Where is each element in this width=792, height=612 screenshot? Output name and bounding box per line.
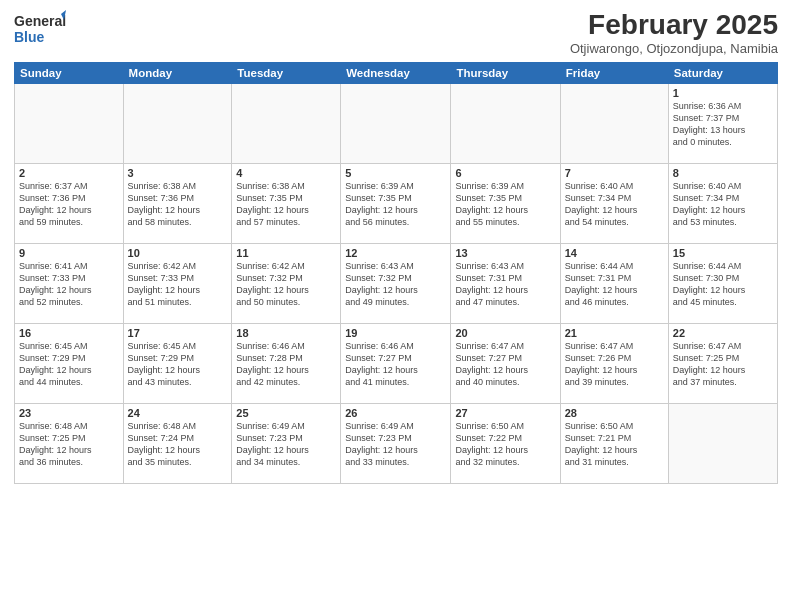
- day-number: 3: [128, 167, 228, 179]
- calendar-cell: 10Sunrise: 6:42 AM Sunset: 7:33 PM Dayli…: [123, 243, 232, 323]
- calendar-cell: 14Sunrise: 6:44 AM Sunset: 7:31 PM Dayli…: [560, 243, 668, 323]
- calendar-cell: [232, 83, 341, 163]
- day-number: 19: [345, 327, 446, 339]
- calendar-cell: [451, 83, 560, 163]
- day-number: 4: [236, 167, 336, 179]
- day-info: Sunrise: 6:48 AM Sunset: 7:24 PM Dayligh…: [128, 420, 228, 469]
- logo: General Blue: [14, 10, 66, 46]
- week-row-2: 9Sunrise: 6:41 AM Sunset: 7:33 PM Daylig…: [15, 243, 778, 323]
- day-info: Sunrise: 6:48 AM Sunset: 7:25 PM Dayligh…: [19, 420, 119, 469]
- day-number: 13: [455, 247, 555, 259]
- day-number: 2: [19, 167, 119, 179]
- day-number: 8: [673, 167, 773, 179]
- day-info: Sunrise: 6:47 AM Sunset: 7:27 PM Dayligh…: [455, 340, 555, 389]
- header: General Blue February 2025 Otjiwarongo, …: [14, 10, 778, 56]
- calendar-cell: 6Sunrise: 6:39 AM Sunset: 7:35 PM Daylig…: [451, 163, 560, 243]
- day-info: Sunrise: 6:42 AM Sunset: 7:33 PM Dayligh…: [128, 260, 228, 309]
- week-row-1: 2Sunrise: 6:37 AM Sunset: 7:36 PM Daylig…: [15, 163, 778, 243]
- calendar-cell: 9Sunrise: 6:41 AM Sunset: 7:33 PM Daylig…: [15, 243, 124, 323]
- calendar-cell: [341, 83, 451, 163]
- calendar-cell: 18Sunrise: 6:46 AM Sunset: 7:28 PM Dayli…: [232, 323, 341, 403]
- day-info: Sunrise: 6:46 AM Sunset: 7:27 PM Dayligh…: [345, 340, 446, 389]
- day-info: Sunrise: 6:43 AM Sunset: 7:32 PM Dayligh…: [345, 260, 446, 309]
- day-number: 11: [236, 247, 336, 259]
- day-number: 14: [565, 247, 664, 259]
- day-info: Sunrise: 6:50 AM Sunset: 7:21 PM Dayligh…: [565, 420, 664, 469]
- calendar-cell: 4Sunrise: 6:38 AM Sunset: 7:35 PM Daylig…: [232, 163, 341, 243]
- col-header-friday: Friday: [560, 62, 668, 83]
- day-info: Sunrise: 6:40 AM Sunset: 7:34 PM Dayligh…: [565, 180, 664, 229]
- day-number: 1: [673, 87, 773, 99]
- calendar-cell: [668, 403, 777, 483]
- calendar-cell: 28Sunrise: 6:50 AM Sunset: 7:21 PM Dayli…: [560, 403, 668, 483]
- day-number: 15: [673, 247, 773, 259]
- calendar-cell: 27Sunrise: 6:50 AM Sunset: 7:22 PM Dayli…: [451, 403, 560, 483]
- day-number: 17: [128, 327, 228, 339]
- calendar-cell: 21Sunrise: 6:47 AM Sunset: 7:26 PM Dayli…: [560, 323, 668, 403]
- day-info: Sunrise: 6:36 AM Sunset: 7:37 PM Dayligh…: [673, 100, 773, 149]
- calendar-cell: 16Sunrise: 6:45 AM Sunset: 7:29 PM Dayli…: [15, 323, 124, 403]
- calendar-cell: 25Sunrise: 6:49 AM Sunset: 7:23 PM Dayli…: [232, 403, 341, 483]
- calendar-cell: 3Sunrise: 6:38 AM Sunset: 7:36 PM Daylig…: [123, 163, 232, 243]
- calendar-cell: 2Sunrise: 6:37 AM Sunset: 7:36 PM Daylig…: [15, 163, 124, 243]
- day-number: 9: [19, 247, 119, 259]
- col-header-thursday: Thursday: [451, 62, 560, 83]
- calendar-cell: 20Sunrise: 6:47 AM Sunset: 7:27 PM Dayli…: [451, 323, 560, 403]
- day-info: Sunrise: 6:45 AM Sunset: 7:29 PM Dayligh…: [128, 340, 228, 389]
- calendar: SundayMondayTuesdayWednesdayThursdayFrid…: [14, 62, 778, 484]
- header-row: SundayMondayTuesdayWednesdayThursdayFrid…: [15, 62, 778, 83]
- calendar-cell: 19Sunrise: 6:46 AM Sunset: 7:27 PM Dayli…: [341, 323, 451, 403]
- svg-text:Blue: Blue: [14, 29, 45, 45]
- calendar-cell: 13Sunrise: 6:43 AM Sunset: 7:31 PM Dayli…: [451, 243, 560, 323]
- day-number: 12: [345, 247, 446, 259]
- title-block: February 2025 Otjiwarongo, Otjozondjupa,…: [570, 10, 778, 56]
- day-info: Sunrise: 6:49 AM Sunset: 7:23 PM Dayligh…: [345, 420, 446, 469]
- calendar-cell: 7Sunrise: 6:40 AM Sunset: 7:34 PM Daylig…: [560, 163, 668, 243]
- calendar-cell: 22Sunrise: 6:47 AM Sunset: 7:25 PM Dayli…: [668, 323, 777, 403]
- day-info: Sunrise: 6:40 AM Sunset: 7:34 PM Dayligh…: [673, 180, 773, 229]
- logo-svg: General Blue: [14, 10, 66, 46]
- day-info: Sunrise: 6:46 AM Sunset: 7:28 PM Dayligh…: [236, 340, 336, 389]
- week-row-4: 23Sunrise: 6:48 AM Sunset: 7:25 PM Dayli…: [15, 403, 778, 483]
- calendar-cell: [15, 83, 124, 163]
- calendar-cell: 24Sunrise: 6:48 AM Sunset: 7:24 PM Dayli…: [123, 403, 232, 483]
- day-info: Sunrise: 6:37 AM Sunset: 7:36 PM Dayligh…: [19, 180, 119, 229]
- day-number: 22: [673, 327, 773, 339]
- day-number: 25: [236, 407, 336, 419]
- day-number: 6: [455, 167, 555, 179]
- calendar-cell: [123, 83, 232, 163]
- day-info: Sunrise: 6:50 AM Sunset: 7:22 PM Dayligh…: [455, 420, 555, 469]
- calendar-cell: 23Sunrise: 6:48 AM Sunset: 7:25 PM Dayli…: [15, 403, 124, 483]
- day-info: Sunrise: 6:44 AM Sunset: 7:30 PM Dayligh…: [673, 260, 773, 309]
- day-info: Sunrise: 6:49 AM Sunset: 7:23 PM Dayligh…: [236, 420, 336, 469]
- calendar-cell: 15Sunrise: 6:44 AM Sunset: 7:30 PM Dayli…: [668, 243, 777, 323]
- day-info: Sunrise: 6:47 AM Sunset: 7:25 PM Dayligh…: [673, 340, 773, 389]
- col-header-saturday: Saturday: [668, 62, 777, 83]
- day-info: Sunrise: 6:39 AM Sunset: 7:35 PM Dayligh…: [345, 180, 446, 229]
- col-header-wednesday: Wednesday: [341, 62, 451, 83]
- calendar-cell: 5Sunrise: 6:39 AM Sunset: 7:35 PM Daylig…: [341, 163, 451, 243]
- day-number: 26: [345, 407, 446, 419]
- day-info: Sunrise: 6:41 AM Sunset: 7:33 PM Dayligh…: [19, 260, 119, 309]
- day-number: 20: [455, 327, 555, 339]
- day-number: 27: [455, 407, 555, 419]
- calendar-cell: 11Sunrise: 6:42 AM Sunset: 7:32 PM Dayli…: [232, 243, 341, 323]
- calendar-cell: 12Sunrise: 6:43 AM Sunset: 7:32 PM Dayli…: [341, 243, 451, 323]
- day-info: Sunrise: 6:45 AM Sunset: 7:29 PM Dayligh…: [19, 340, 119, 389]
- day-info: Sunrise: 6:39 AM Sunset: 7:35 PM Dayligh…: [455, 180, 555, 229]
- page: General Blue February 2025 Otjiwarongo, …: [0, 0, 792, 612]
- calendar-cell: 17Sunrise: 6:45 AM Sunset: 7:29 PM Dayli…: [123, 323, 232, 403]
- calendar-cell: [560, 83, 668, 163]
- day-info: Sunrise: 6:44 AM Sunset: 7:31 PM Dayligh…: [565, 260, 664, 309]
- day-number: 7: [565, 167, 664, 179]
- col-header-tuesday: Tuesday: [232, 62, 341, 83]
- day-number: 28: [565, 407, 664, 419]
- calendar-cell: 1Sunrise: 6:36 AM Sunset: 7:37 PM Daylig…: [668, 83, 777, 163]
- col-header-sunday: Sunday: [15, 62, 124, 83]
- day-info: Sunrise: 6:43 AM Sunset: 7:31 PM Dayligh…: [455, 260, 555, 309]
- day-info: Sunrise: 6:38 AM Sunset: 7:36 PM Dayligh…: [128, 180, 228, 229]
- day-info: Sunrise: 6:47 AM Sunset: 7:26 PM Dayligh…: [565, 340, 664, 389]
- week-row-0: 1Sunrise: 6:36 AM Sunset: 7:37 PM Daylig…: [15, 83, 778, 163]
- day-number: 18: [236, 327, 336, 339]
- location: Otjiwarongo, Otjozondjupa, Namibia: [570, 41, 778, 56]
